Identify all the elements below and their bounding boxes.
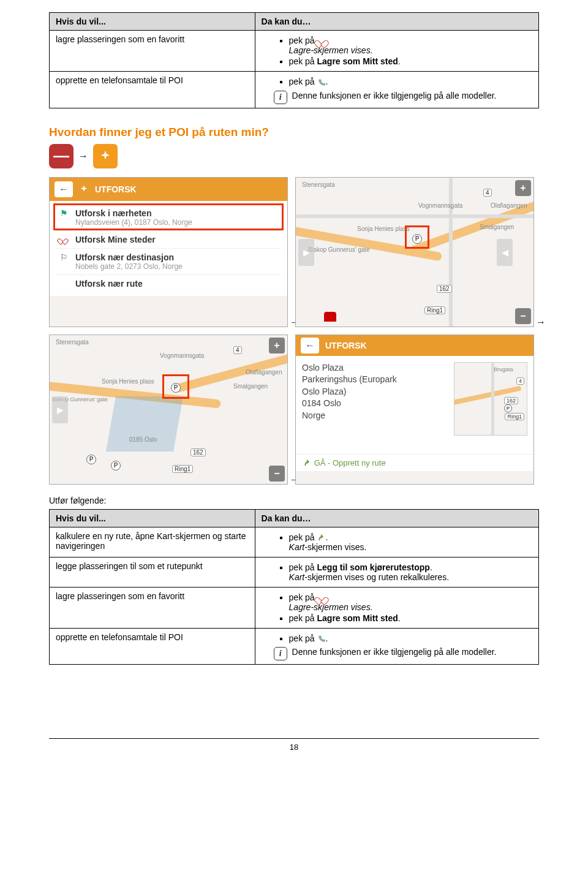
menu-item-near-destination[interactable]: ⚐ Utforsk nær destinasjon Nobels gate 2,… bbox=[56, 249, 281, 275]
poi-address: Oslo Plaza Parkeringshus (Europark Oslo … bbox=[302, 362, 449, 448]
go-icon bbox=[317, 534, 326, 542]
arrow-icon: → bbox=[536, 317, 546, 328]
section-heading: Hvordan finner jeg et POI på ruten min? bbox=[49, 126, 539, 139]
screenshot-map-1: Stenersgata Vognmannsgata Olafiagangen S… bbox=[295, 177, 534, 327]
info-icon: i bbox=[274, 647, 287, 660]
screenshot-row-1: ← UTFORSK ⚑ Utforsk i nærheten Nylandsve… bbox=[49, 177, 539, 327]
action-list: pek på . bbox=[262, 77, 532, 86]
menu-item-nearby[interactable]: ⚑ Utforsk i nærheten Nylandsveien (4), 0… bbox=[56, 205, 281, 231]
action-list: pek på . bbox=[262, 633, 532, 643]
table1-header-left: Hvis du vil... bbox=[50, 13, 255, 31]
page-number: 18 bbox=[49, 738, 539, 752]
parking-icon[interactable]: P bbox=[111, 461, 121, 471]
menu-tile-icon: — bbox=[49, 144, 74, 168]
list-item: pek på . Kart-skjermen vises. bbox=[289, 532, 532, 552]
table1-row1-left: lagre plasseringen som en favoritt bbox=[50, 31, 255, 72]
table-2: Hvis du vil... Da kan du… kalkulere en n… bbox=[49, 509, 539, 665]
action-list: pek på . Lagre-skjermen vises. pek på La… bbox=[262, 592, 532, 623]
info-note: i Denne funksjonen er ikke tilgjengelig … bbox=[262, 647, 532, 660]
screenshot-poi-detail: ← UTFORSK Oslo Plaza Parkeringshus (Euro… bbox=[295, 334, 534, 485]
menu-item-my-places[interactable]: Utforsk Mine steder bbox=[56, 231, 281, 249]
table-row: opprette en telefonsamtale til POI pek p… bbox=[50, 72, 539, 108]
screenshot-map-2: Stenersgata Vognmannsgata Olafiagangen S… bbox=[49, 334, 288, 485]
list-item: pek på . Lagre-skjermen vises. bbox=[289, 36, 532, 55]
explore-tile-icon bbox=[93, 144, 118, 168]
table-row: legge plasseringen til som et rutepunkt … bbox=[50, 557, 539, 587]
menu-item-near-route[interactable]: Utforsk nær rute bbox=[56, 275, 281, 292]
parking-icon[interactable]: P bbox=[412, 234, 422, 244]
heart-icon bbox=[317, 37, 326, 45]
go-icon bbox=[303, 459, 312, 467]
list-item: pek på Legg til som kjørerutestopp. Kart… bbox=[289, 562, 532, 582]
icon-sequence: — → bbox=[49, 144, 539, 168]
table1-header-right: Da kan du… bbox=[255, 13, 538, 31]
screenshot-utforsk-menu: ← UTFORSK ⚑ Utforsk i nærheten Nylandsve… bbox=[49, 177, 288, 327]
zoom-out-button[interactable]: − bbox=[269, 466, 285, 482]
panel-header: ← UTFORSK bbox=[50, 178, 287, 201]
list-item: pek på . bbox=[289, 77, 532, 86]
info-note: i Denne funksjonen er ikke tilgjengelig … bbox=[262, 91, 532, 104]
expand-left-button[interactable]: ▶ bbox=[52, 396, 68, 423]
heart-icon bbox=[58, 235, 69, 244]
building-shape bbox=[106, 396, 183, 452]
table-row: kalkulere en ny rute, åpne Kart-skjermen… bbox=[50, 527, 539, 557]
action-list: pek på . Kart-skjermen vises. bbox=[262, 532, 532, 552]
list-item: pek på Lagre som Mitt sted. bbox=[289, 613, 532, 623]
heart-icon bbox=[317, 594, 326, 602]
table2-header-left: Hvis du vil... bbox=[50, 509, 255, 527]
arrow-icon: → bbox=[78, 151, 88, 162]
phone-icon bbox=[317, 635, 326, 643]
star-icon bbox=[79, 184, 89, 194]
list-item: pek på . Lagre-skjermen vises. bbox=[289, 592, 532, 612]
table-row: lagre plasseringen som en favoritt pek p… bbox=[50, 31, 539, 72]
table1-row2-left: opprette en telefonsamtale til POI bbox=[50, 72, 255, 108]
zoom-in-button[interactable]: + bbox=[515, 180, 531, 196]
action-list: pek på . Lagre-skjermen vises. pek på La… bbox=[262, 36, 532, 66]
instruction-label: Utfør følgende: bbox=[49, 496, 539, 505]
expand-left-button[interactable]: ▶ bbox=[298, 239, 314, 266]
screenshot-row-2: Stenersgata Vognmannsgata Olafiagangen S… bbox=[49, 334, 539, 485]
table-1: Hvis du vil... Da kan du… lagre plasseri… bbox=[49, 12, 539, 108]
zoom-out-button[interactable]: − bbox=[515, 308, 531, 324]
parking-icon[interactable]: P bbox=[86, 455, 96, 464]
mcdonalds-icon bbox=[324, 312, 336, 322]
table-row: lagre plasseringen som en favoritt pek p… bbox=[50, 587, 539, 628]
parking-icon[interactable]: P bbox=[171, 383, 181, 393]
list-item: pek på . bbox=[289, 633, 532, 643]
action-list: pek på Legg til som kjørerutestopp. Kart… bbox=[262, 562, 532, 582]
expand-right-button[interactable]: ▶ bbox=[497, 239, 513, 266]
panel-header: ← UTFORSK bbox=[296, 335, 533, 356]
back-button[interactable]: ← bbox=[301, 338, 319, 353]
zoom-in-button[interactable]: + bbox=[269, 338, 285, 353]
create-route-action[interactable]: GÅ - Opprett ny rute bbox=[296, 454, 533, 472]
parking-icon: P bbox=[504, 404, 512, 412]
mini-map: Brugata 4 162 Ring1 P bbox=[454, 362, 527, 436]
list-item: pek på Lagre som Mitt sted. bbox=[289, 56, 532, 66]
phone-icon bbox=[317, 78, 326, 87]
table2-header-right: Da kan du… bbox=[255, 509, 538, 527]
info-icon: i bbox=[274, 91, 287, 104]
table-row: opprette en telefonsamtale til POI pek p… bbox=[50, 629, 539, 665]
